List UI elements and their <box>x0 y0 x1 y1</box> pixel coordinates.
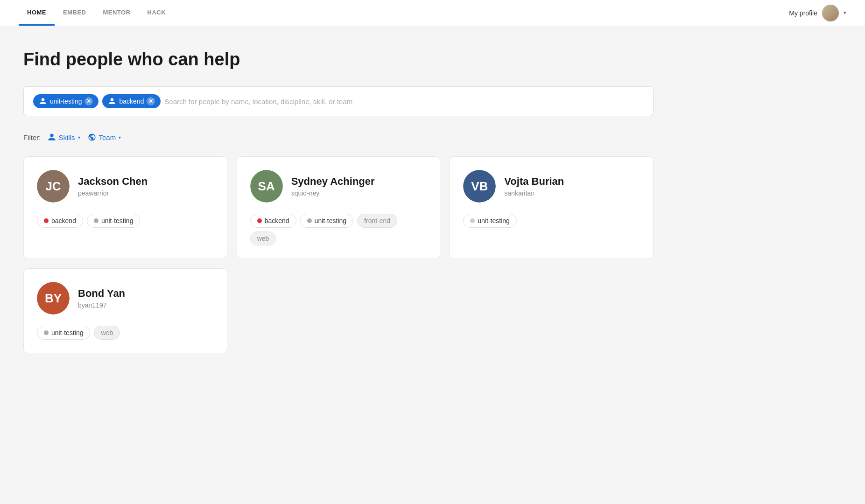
avatar-initials: VB <box>471 179 488 194</box>
skill-tag[interactable]: unit-testing <box>463 214 516 228</box>
filter-label: Filter: <box>23 133 41 141</box>
skill-dot <box>257 218 262 223</box>
person-name: Sydney Achinger <box>291 175 375 188</box>
avatar-placeholder: BY <box>37 282 70 315</box>
person-card-vojta-burian[interactable]: VB Vojta Burian sankaritan unit-testing <box>450 156 654 259</box>
team-chevron-icon: ▾ <box>119 135 121 140</box>
card-skills: backend unit-testing <box>37 214 214 228</box>
skill-tag[interactable]: backend <box>250 214 296 228</box>
skill-dot <box>44 218 49 223</box>
nav-tab-home[interactable]: HOME <box>19 0 55 26</box>
avatar-image <box>822 5 839 21</box>
skill-tag[interactable]: backend <box>37 214 83 228</box>
skills-icon <box>48 133 56 141</box>
skill-label: backend <box>51 217 76 224</box>
card-info: Jackson Chen peawarrior <box>78 175 148 197</box>
person-avatar: BY <box>37 282 70 315</box>
person-avatar: SA <box>250 170 283 203</box>
person-name: Jackson Chen <box>78 175 148 188</box>
page-title: Find people who can help <box>23 49 654 70</box>
person-username: sankaritan <box>504 189 564 197</box>
skill-label: unit-testing <box>315 217 346 224</box>
nav-tabs: HOMEEMBEDMENTORHACK <box>19 0 174 26</box>
skill-label: unit-testing <box>101 217 133 224</box>
person-name: Bond Yan <box>78 287 125 300</box>
skill-label: web <box>257 235 269 242</box>
person-name: Vojta Burian <box>504 175 564 188</box>
skills-filter-button[interactable]: Skills ▾ <box>47 131 81 143</box>
skill-tag[interactable]: web <box>94 326 120 340</box>
avatar[interactable] <box>822 5 839 21</box>
skill-label: web <box>101 329 113 336</box>
search-bar[interactable]: unit-testing ✕ backend ✕ Search for peop… <box>23 86 654 116</box>
avatar-initials: JC <box>45 179 61 194</box>
tag-skill-icon <box>108 97 116 105</box>
profile-label[interactable]: My profile <box>789 9 817 17</box>
skill-tag[interactable]: unit-testing <box>87 214 140 228</box>
card-header: JC Jackson Chen peawarrior <box>37 170 214 203</box>
skill-tag[interactable]: unit-testing <box>37 326 90 340</box>
person-card-sydney-achinger[interactable]: SA Sydney Achinger squid-ney backend uni… <box>237 156 441 259</box>
nav-tab-hack[interactable]: HACK <box>139 0 175 26</box>
person-avatar: JC <box>37 170 70 203</box>
profile-dropdown-arrow[interactable]: ▾ <box>844 10 846 16</box>
card-header: VB Vojta Burian sankaritan <box>463 170 640 203</box>
people-grid: JC Jackson Chen peawarrior backend unit-… <box>23 156 654 353</box>
avatar-initials: SA <box>258 179 275 194</box>
person-avatar: VB <box>463 170 496 203</box>
tag-label: backend <box>119 98 144 105</box>
main-content: Find people who can help unit-testing ✕ … <box>0 26 677 377</box>
skill-label: unit-testing <box>51 329 83 336</box>
avatar-placeholder: SA <box>250 170 283 203</box>
avatar-initials: BY <box>45 291 62 306</box>
card-info: Bond Yan byan1197 <box>78 287 125 309</box>
team-filter-button[interactable]: Team ▾ <box>87 131 122 143</box>
card-skills: unit-testing <box>463 214 640 228</box>
search-tag-unit-testing[interactable]: unit-testing ✕ <box>33 94 98 108</box>
tag-skill-icon <box>39 97 47 105</box>
person-username: byan1197 <box>78 301 125 309</box>
person-card-bond-yan[interactable]: BY Bond Yan byan1197 unit-testing web <box>23 268 227 353</box>
skills-filter-label: Skills <box>59 133 75 141</box>
card-skills: unit-testing web <box>37 326 214 340</box>
navbar: HOMEEMBEDMENTORHACK My profile ▾ <box>0 0 865 26</box>
skill-dot <box>307 218 312 223</box>
card-header: SA Sydney Achinger squid-ney <box>250 170 427 203</box>
skill-dot <box>470 218 475 223</box>
skill-label: backend <box>265 217 289 224</box>
team-icon <box>88 133 96 141</box>
filter-row: Filter: Skills ▾ Team ▾ <box>23 131 654 143</box>
skill-tag[interactable]: web <box>250 231 276 245</box>
person-card-jackson-chen[interactable]: JC Jackson Chen peawarrior backend unit-… <box>23 156 227 259</box>
card-skills: backend unit-testing front-end web <box>250 214 427 245</box>
skills-chevron-icon: ▾ <box>78 135 80 140</box>
nav-tab-embed[interactable]: EMBED <box>55 0 94 26</box>
search-placeholder[interactable]: Search for people by name, location, dis… <box>164 98 644 105</box>
card-info: Sydney Achinger squid-ney <box>291 175 375 197</box>
skill-dot <box>94 218 98 223</box>
card-header: BY Bond Yan byan1197 <box>37 282 214 315</box>
skill-tag[interactable]: front-end <box>357 214 397 228</box>
tag-label: unit-testing <box>50 98 82 105</box>
avatar-placeholder: JC <box>37 170 70 203</box>
nav-tab-mentor[interactable]: MENTOR <box>94 0 139 26</box>
skill-tag[interactable]: unit-testing <box>300 214 353 228</box>
skill-dot <box>44 330 49 335</box>
team-filter-label: Team <box>99 133 116 141</box>
person-username: squid-ney <box>291 189 375 197</box>
tag-close-button[interactable]: ✕ <box>84 97 93 105</box>
skill-label: unit-testing <box>478 217 509 224</box>
avatar-placeholder: VB <box>463 170 496 203</box>
skill-label: front-end <box>364 217 390 224</box>
person-username: peawarrior <box>78 189 148 197</box>
search-tag-backend[interactable]: backend ✕ <box>102 94 161 108</box>
tag-close-button[interactable]: ✕ <box>147 97 155 105</box>
nav-right: My profile ▾ <box>789 5 846 21</box>
card-info: Vojta Burian sankaritan <box>504 175 564 197</box>
